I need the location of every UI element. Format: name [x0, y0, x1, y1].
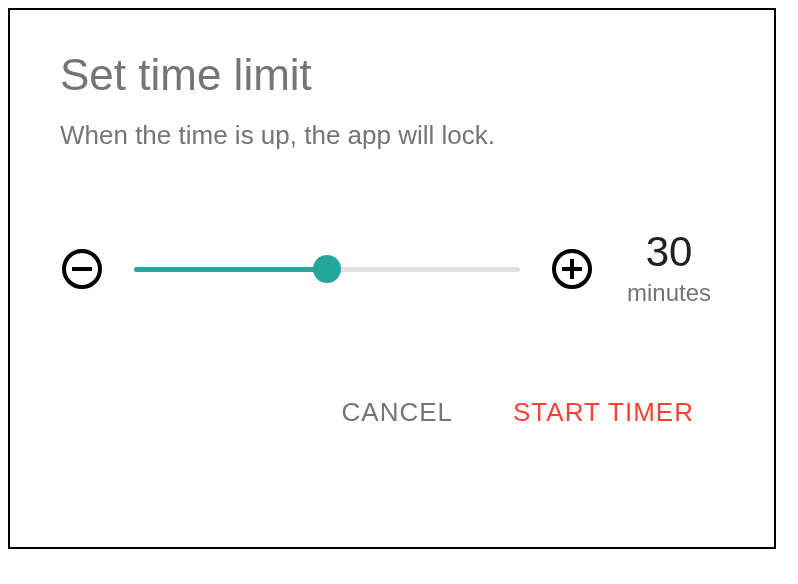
plus-circle-icon	[550, 247, 594, 291]
minus-circle-icon	[60, 247, 104, 291]
dialog-subtitle: When the time is up, the app will lock.	[60, 120, 724, 151]
time-limit-dialog: Set time limit When the time is up, the …	[8, 8, 776, 549]
increase-button[interactable]	[550, 247, 594, 291]
cancel-button[interactable]: CANCEL	[342, 397, 453, 428]
start-timer-button[interactable]: START TIMER	[513, 397, 694, 428]
decrease-button[interactable]	[60, 247, 104, 291]
slider-row: 30 minutes	[60, 231, 724, 307]
slider-thumb[interactable]	[313, 255, 341, 283]
time-slider[interactable]	[134, 254, 520, 284]
value-number: 30	[646, 231, 693, 273]
dialog-title: Set time limit	[60, 50, 724, 100]
button-row: CANCEL START TIMER	[60, 397, 724, 428]
value-unit: minutes	[627, 279, 711, 307]
value-display: 30 minutes	[614, 231, 724, 307]
slider-track-fill	[134, 267, 327, 272]
